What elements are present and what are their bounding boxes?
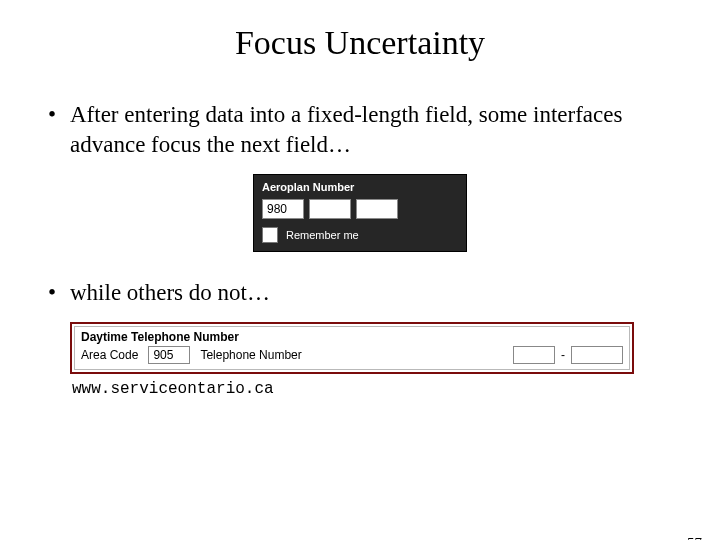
telephone-title: Daytime Telephone Number <box>81 330 623 344</box>
slide-title: Focus Uncertainty <box>0 24 720 62</box>
aeroplan-example: Aeroplan Number Remember me <box>0 174 720 252</box>
area-code-input[interactable] <box>148 346 190 364</box>
aeroplan-seg-1[interactable] <box>262 199 304 219</box>
aeroplan-fields <box>262 199 458 219</box>
telephone-caption: www.serviceontario.ca <box>72 380 680 398</box>
area-code-label: Area Code <box>81 348 138 362</box>
telephone-row: Area Code Telephone Number - <box>81 346 623 364</box>
telephone-part1-input[interactable] <box>513 346 555 364</box>
aeroplan-seg-2[interactable] <box>309 199 351 219</box>
bullet-1: After entering data into a fixed-length … <box>70 100 680 160</box>
bullet-list: After entering data into a fixed-length … <box>0 100 720 160</box>
telephone-example: Daytime Telephone Number Area Code Telep… <box>70 322 680 398</box>
aeroplan-label: Aeroplan Number <box>262 181 458 193</box>
bullet-list-2: while others do not… Daytime Telephone N… <box>0 278 720 398</box>
telephone-dash: - <box>561 348 565 362</box>
bullet-2: while others do not… <box>70 278 680 308</box>
remember-row: Remember me <box>262 227 458 243</box>
aeroplan-widget: Aeroplan Number Remember me <box>253 174 467 252</box>
telephone-inner: Daytime Telephone Number Area Code Telep… <box>74 326 630 370</box>
page-number: 57 <box>687 535 702 540</box>
remember-checkbox[interactable] <box>262 227 278 243</box>
aeroplan-seg-3[interactable] <box>356 199 398 219</box>
remember-label: Remember me <box>286 229 359 241</box>
slide: Focus Uncertainty After entering data in… <box>0 24 720 540</box>
telephone-number-label: Telephone Number <box>200 348 301 362</box>
telephone-outer: Daytime Telephone Number Area Code Telep… <box>70 322 634 374</box>
telephone-part2-input[interactable] <box>571 346 623 364</box>
